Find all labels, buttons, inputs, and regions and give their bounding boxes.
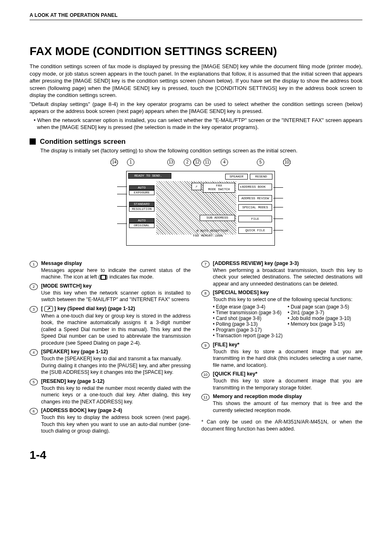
item-5: 5 [RESEND] key (page 1-12) Touch this ke… [30, 378, 191, 405]
item-desc: This shows the amount of fax memory that… [213, 400, 362, 414]
address-book-button[interactable]: ▸ADDRESS BOOK [238, 184, 272, 190]
left-column: 1 Message display Messages appear here t… [30, 260, 191, 437]
item-title: [SPEAKER] key (page 1-12) [41, 349, 191, 355]
resend-button[interactable]: RESEND [250, 174, 272, 180]
item-desc: When a one-touch dial key or group key i… [41, 313, 191, 347]
item-num: 8 [201, 290, 210, 297]
subheading: Condition settings screen [30, 138, 362, 146]
speed-dial-icon: ↗ [44, 306, 53, 312]
item-9: 9 [FILE] key* Touch this key to store a … [201, 342, 362, 369]
callout-13: 13 [167, 159, 175, 166]
item-title: [ADDRESS REVIEW] key (page 3-3) [213, 260, 362, 266]
item-8: 8 [SPECIAL MODES] key Touch this key to … [201, 290, 362, 339]
page-title: FAX MODE (CONDITION SETTINGS SCREEN) [30, 45, 362, 58]
item-title: [QUICK FILE] key* [213, 371, 362, 377]
exposure-button[interactable]: EXPOSURE [129, 190, 154, 195]
item-desc: Use this key when the network scanner op… [41, 290, 191, 303]
footnote: Can only be used on the AR-M351N/AR-M451… [201, 419, 362, 432]
screen-diagram: 1 2 3 4 5 READY TO SEND. SPEAKER RESEND … [89, 159, 303, 253]
auto-reception-label: ⚙ AUTO RECEPTION [196, 229, 228, 233]
item-num: 4 [30, 349, 38, 356]
item-4: 4 [SPEAKER] key (page 1-12) Touch the [S… [30, 349, 191, 376]
speed-dial-icon-button[interactable]: ↗ [191, 183, 201, 190]
callout-14: 14 [111, 159, 118, 166]
callout-4: 4 [221, 159, 228, 166]
item-desc: Touch this key to select one of the foll… [213, 296, 362, 303]
item-desc: Touch this key to redial the number most… [41, 385, 191, 405]
item-num: 6 [30, 408, 38, 415]
item-num: 2 [30, 283, 38, 290]
running-header: A LOOK AT THE OPERATION PANEL [30, 12, 362, 20]
screen-panel: READY TO SEND. SPEAKER RESEND AUTO EXPOS… [126, 171, 275, 246]
description-columns: 1 Message display Messages appear here t… [30, 260, 362, 437]
item-desc: Touch this key to display the address bo… [41, 414, 191, 435]
intro-p2: "Default display settings" (page 8-4) in… [30, 101, 362, 115]
special-modes-list: Edge erase (page 3-4)Dual page scan (pag… [213, 304, 362, 339]
right-column: 7 [ADDRESS REVIEW] key (page 3-3) When p… [201, 260, 362, 437]
address-review-button[interactable]: ADDRESS REVIEW [238, 195, 272, 202]
sub-address-button[interactable]: SUB ADDRESS [200, 215, 235, 221]
item-title: [MODE SWITCH] key [41, 283, 191, 289]
subheading-note: The display is initially set (factory se… [40, 147, 362, 154]
item-3: 3 [ ↗ ] key (Speed dial key) (page 1-12)… [30, 306, 191, 346]
intro-bullet: • When the network scanner option is ins… [30, 117, 362, 131]
callout-2: 2 [184, 159, 191, 166]
fax-memory-label: FAX MEMORY:100% [193, 234, 223, 237]
item-title: [RESEND] key (page 1-12) [41, 378, 191, 384]
item-11: 11 Memory and reception mode display Thi… [201, 394, 362, 414]
item-desc: Touch this key to store a document image… [213, 378, 362, 391]
callout-12: 12 [194, 159, 201, 166]
item-title: Message display [41, 260, 191, 266]
phone-icon [100, 275, 106, 280]
item-num: 10 [201, 371, 210, 378]
callout-11: 11 [203, 159, 211, 166]
item-7: 7 [ADDRESS REVIEW] key (page 3-3) When p… [201, 260, 362, 288]
item-num: 7 [201, 261, 210, 267]
item-num: 5 [30, 379, 38, 385]
item-2: 2 [MODE SWITCH] key Use this key when th… [30, 283, 191, 303]
square-bullet-icon [30, 138, 36, 145]
special-modes-button[interactable]: SPECIAL MODES [238, 204, 272, 211]
item-num: 1 [30, 261, 38, 267]
item-1: 1 Message display Messages appear here t… [30, 260, 191, 281]
speaker-button[interactable]: SPEAKER [225, 174, 248, 180]
intro-block: The condition settings screen of fax mod… [30, 63, 362, 131]
callout-1: 1 [127, 159, 134, 166]
quick-file-button[interactable]: QUICK FILE [238, 227, 272, 234]
intro-p1: The condition settings screen of fax mod… [30, 63, 362, 99]
item-title: Memory and reception mode display [213, 394, 362, 399]
item-num: 3 [30, 306, 38, 313]
callout-5: 5 [257, 159, 264, 166]
page-number: 1-4 [30, 449, 362, 462]
message-display: READY TO SEND. [128, 173, 171, 179]
item-desc: Touch this key to store a document image… [213, 348, 362, 369]
item-title: [FILE] key* [213, 342, 362, 348]
item-num: 9 [201, 342, 210, 349]
item-title: [ADDRESS BOOK] key (page 2-4) [41, 408, 191, 413]
item-desc: Touch the [SPEAKER] key to dial and tran… [41, 355, 191, 376]
item-6: 6 [ADDRESS BOOK] key (page 2-4) Touch th… [30, 408, 191, 435]
callout-10: 10 [283, 159, 291, 166]
item-num: 11 [201, 394, 210, 401]
original-button[interactable]: ORIGINAL [129, 223, 154, 228]
item-10: 10 [QUICK FILE] key* Touch this key to s… [201, 371, 362, 391]
mode-switch-button[interactable]: FAXMODE SWITCH [203, 183, 235, 193]
item-title: [ ↗ ] key (Speed dial key) (page 1-12) [41, 306, 191, 312]
auto2-label: AUTO [129, 218, 154, 223]
item-desc: When performing a broadcast transmission… [213, 267, 362, 288]
resolution-button[interactable]: RESOLUTION [129, 207, 154, 212]
subheading-text: Condition settings screen [40, 138, 126, 146]
standard-label: STANDARD [129, 202, 154, 207]
item-desc: Messages appear here to indicate the cur… [41, 267, 191, 281]
item-title: [SPECIAL MODES] key [213, 290, 362, 295]
file-button[interactable]: FILE [238, 216, 272, 222]
auto-label: AUTO [129, 185, 154, 190]
